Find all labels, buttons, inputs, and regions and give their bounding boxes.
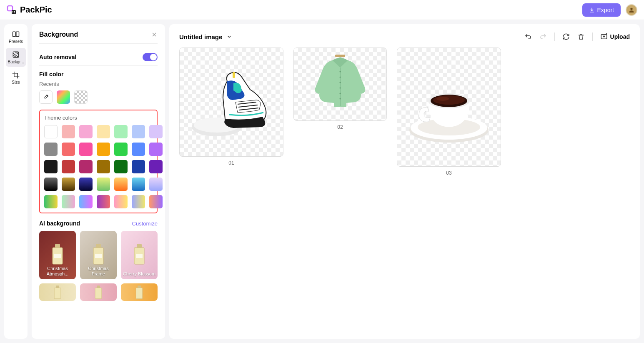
color-swatch[interactable] xyxy=(79,125,93,138)
color-swatch[interactable] xyxy=(97,195,110,208)
color-swatch[interactable] xyxy=(79,178,93,191)
svg-rect-7 xyxy=(13,32,16,37)
color-swatch[interactable] xyxy=(132,143,145,156)
ai-background-card[interactable] xyxy=(121,283,158,301)
image-label: 02 xyxy=(337,124,343,130)
color-swatch[interactable] xyxy=(114,143,128,156)
person-icon xyxy=(628,7,635,13)
delete-button[interactable] xyxy=(577,33,585,40)
undo-button[interactable] xyxy=(524,33,532,40)
color-swatch[interactable] xyxy=(79,195,93,208)
eyedropper-button[interactable] xyxy=(39,90,53,104)
color-swatch[interactable] xyxy=(114,125,128,138)
canvas-title-dropdown[interactable]: Untitled image xyxy=(179,33,232,40)
color-swatch[interactable] xyxy=(62,178,75,191)
color-swatch[interactable] xyxy=(132,125,145,138)
svg-rect-1 xyxy=(12,10,16,14)
download-icon xyxy=(589,7,595,13)
customize-link[interactable]: Customize xyxy=(132,220,158,227)
theme-color-grid xyxy=(44,125,153,208)
svg-rect-28 xyxy=(233,72,235,78)
chevron-down-icon xyxy=(226,34,232,40)
user-avatar[interactable] xyxy=(626,4,637,16)
color-swatch[interactable] xyxy=(44,195,58,208)
color-swatch[interactable] xyxy=(149,195,163,208)
ai-background-card[interactable] xyxy=(80,283,117,301)
rail-label: Presets xyxy=(9,39,23,44)
app-header: PackPic Export xyxy=(0,0,644,20)
image-item[interactable]: 03 xyxy=(397,48,501,176)
recents-row xyxy=(39,90,158,104)
color-swatch[interactable] xyxy=(97,125,110,138)
perfume-icon xyxy=(131,243,148,266)
svg-point-42 xyxy=(436,97,449,101)
image-item[interactable]: 01 xyxy=(179,48,283,166)
close-icon[interactable] xyxy=(151,31,158,38)
color-swatch[interactable] xyxy=(79,143,93,156)
color-swatch[interactable] xyxy=(132,160,145,173)
rail-label: Backgr... xyxy=(8,60,24,64)
image-item[interactable]: 02 xyxy=(293,48,387,130)
color-swatch[interactable] xyxy=(149,160,163,173)
ai-background-card[interactable]: Christmas Frame xyxy=(80,231,117,279)
svg-rect-0 xyxy=(8,6,13,11)
export-button[interactable]: Export xyxy=(582,3,621,17)
svg-rect-10 xyxy=(55,244,60,248)
image-label: 01 xyxy=(228,160,234,166)
auto-removal-toggle[interactable] xyxy=(143,53,158,61)
rail-item-background[interactable]: Backgr... xyxy=(6,48,26,67)
export-label: Export xyxy=(597,7,614,13)
upload-button[interactable]: Upload xyxy=(600,33,630,40)
svg-point-30 xyxy=(340,71,341,73)
separator xyxy=(554,33,555,41)
rail-item-size[interactable]: Size xyxy=(6,68,26,87)
color-swatch[interactable] xyxy=(132,178,145,191)
sneaker-image xyxy=(188,60,275,144)
color-swatch[interactable] xyxy=(44,178,58,191)
color-swatch[interactable] xyxy=(132,195,145,208)
color-swatch[interactable] xyxy=(97,160,110,173)
color-swatch[interactable] xyxy=(114,178,128,191)
eyedropper-icon xyxy=(43,94,49,100)
color-swatch[interactable] xyxy=(44,125,58,138)
transparent-swatch[interactable] xyxy=(74,90,88,104)
image-thumbnail xyxy=(179,48,283,157)
color-swatch[interactable] xyxy=(62,195,75,208)
color-swatch[interactable] xyxy=(62,160,75,173)
color-swatch[interactable] xyxy=(79,160,93,173)
ai-background-card[interactable]: Christmas Atmosph... xyxy=(39,231,76,279)
presets-icon xyxy=(12,30,20,38)
app-logo[interactable]: PackPic xyxy=(7,5,52,15)
shirt-image xyxy=(303,53,378,115)
color-swatch[interactable] xyxy=(44,143,58,156)
color-swatch[interactable] xyxy=(97,178,110,191)
refresh-button[interactable] xyxy=(562,33,570,40)
image-thumbnail xyxy=(397,48,501,167)
svg-rect-21 xyxy=(97,285,100,288)
svg-point-34 xyxy=(340,93,341,94)
svg-point-35 xyxy=(340,98,341,100)
color-swatch[interactable] xyxy=(149,125,163,138)
main-layout: Presets Backgr... Size Background Auto r… xyxy=(0,20,644,343)
color-swatch[interactable] xyxy=(149,178,163,191)
upload-icon xyxy=(600,33,608,40)
color-swatch[interactable] xyxy=(62,125,75,138)
redo-button[interactable] xyxy=(539,33,547,40)
ai-background-card[interactable]: Cherry Blossom xyxy=(121,231,158,279)
color-picker-button[interactable] xyxy=(57,90,70,104)
color-swatch[interactable] xyxy=(114,160,128,173)
app-name: PackPic xyxy=(20,5,52,15)
color-swatch[interactable] xyxy=(114,195,128,208)
rail-item-presets[interactable]: Presets xyxy=(6,28,26,46)
svg-rect-20 xyxy=(54,288,61,299)
ai-background-card[interactable] xyxy=(39,283,76,301)
upload-label: Upload xyxy=(610,33,630,40)
perfume-icon xyxy=(90,243,107,266)
color-swatch[interactable] xyxy=(149,143,163,156)
svg-rect-13 xyxy=(96,244,101,248)
svg-rect-16 xyxy=(137,244,142,248)
color-swatch[interactable] xyxy=(44,160,58,173)
color-swatch[interactable] xyxy=(97,143,110,156)
canvas-toolbar: Upload xyxy=(524,33,630,41)
color-swatch[interactable] xyxy=(62,143,75,156)
